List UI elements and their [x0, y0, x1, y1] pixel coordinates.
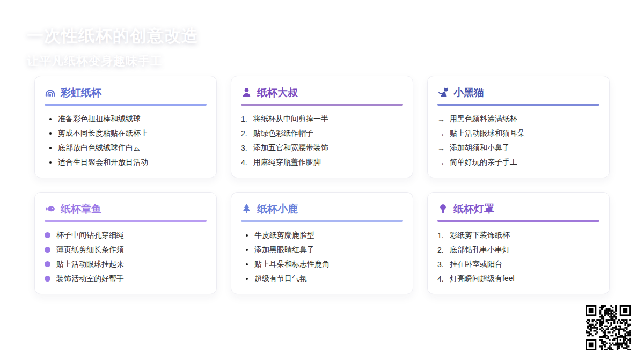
list-item-text: 牛皮纸剪麋鹿脸型 — [254, 231, 314, 240]
item-number: 3. — [241, 144, 253, 152]
item-number: 4. — [437, 275, 450, 283]
card-cup-deer: 纸杯小鹿 牛皮纸剪麋鹿脸型添加黑眼睛红鼻子贴上耳朵和标志性鹿角超级有节日气氛 — [231, 192, 413, 294]
card-underline — [241, 220, 403, 222]
bullet-icon — [49, 161, 52, 164]
list-item: 3.挂在卧室或阳台 — [437, 257, 599, 271]
page-subtitle: 让平凡纸杯变身趣味手工 — [27, 53, 199, 69]
list-item: →贴上活动眼球和猫耳朵 — [437, 126, 599, 141]
list-item-text: 薄页纸剪细长条作须 — [56, 245, 124, 255]
arrow-icon: → — [437, 115, 450, 123]
list-item: 薄页纸剪细长条作须 — [45, 242, 207, 257]
dot-icon — [45, 261, 50, 267]
bullet-icon — [246, 234, 248, 237]
list-item-text: 贴上耳朵和标志性鹿角 — [254, 260, 330, 269]
cat-icon — [437, 87, 449, 98]
list-item-text: 灯亮瞬间超级有feel — [450, 274, 515, 284]
list-item-text: 装饰活动室的好帮手 — [56, 274, 124, 284]
card-cup-octopus: 纸杯章鱼 杯子中间钻孔穿细绳薄页纸剪细长条作须贴上活动眼球挂起来装饰活动室的好帮… — [34, 192, 217, 294]
card-underline — [45, 220, 207, 222]
card-underline — [437, 220, 599, 222]
list-item-text: 剪成不同长度粘贴在纸杯上 — [58, 129, 148, 138]
card-title: 纸杯灯罩 — [453, 202, 494, 216]
list-item-text: 彩纸剪下装饰纸杯 — [450, 231, 510, 240]
item-number: 2. — [437, 246, 450, 254]
list-item-text: 挂在卧室或阳台 — [450, 260, 502, 269]
list-item: 1.将纸杯从中间剪掉一半 — [241, 112, 403, 126]
card-black-cat: 小黑猫 →用黑色颜料涂满纸杯→贴上活动眼球和猫耳朵→添加胡须和小鼻子→简单好玩的… — [427, 76, 610, 178]
qr-code-canvas — [586, 305, 631, 350]
list-item-text: 贴上活动眼球挂起来 — [56, 260, 124, 269]
list-item-text: 添加黑眼睛红鼻子 — [254, 245, 314, 255]
list-item-text: 适合生日聚会和开放日活动 — [58, 158, 148, 167]
page-title: 一次性纸杯的创意改造 — [27, 25, 199, 47]
bullet-icon — [49, 147, 52, 149]
list-item-text: 贴绿色彩纸作帽子 — [253, 129, 313, 138]
dot-icon — [45, 247, 50, 253]
list-item: 剪成不同长度粘贴在纸杯上 — [45, 126, 207, 141]
item-number: 1. — [241, 115, 253, 123]
card-list: 牛皮纸剪麋鹿脸型添加黑眼睛红鼻子贴上耳朵和标志性鹿角超级有节日气氛 — [241, 228, 403, 286]
list-item: 2.底部钻孔串小串灯 — [437, 242, 599, 257]
card-header: 纸杯灯罩 — [437, 202, 599, 216]
list-item: 适合生日聚会和开放日活动 — [45, 155, 207, 169]
list-item-text: 添加胡须和小鼻子 — [450, 143, 510, 153]
list-item: 贴上耳朵和标志性鹿角 — [241, 257, 403, 271]
card-list: 1.彩纸剪下装饰纸杯2.底部钻孔串小串灯3.挂在卧室或阳台4.灯亮瞬间超级有fe… — [437, 228, 599, 286]
list-item-text: 简单好玩的亲子手工 — [450, 158, 517, 167]
card-list: 杯子中间钻孔穿细绳薄页纸剪细长条作须贴上活动眼球挂起来装饰活动室的好帮手 — [45, 228, 207, 286]
card-underline — [437, 104, 599, 106]
list-item-text: 将纸杯从中间剪掉一半 — [253, 114, 328, 124]
item-number: 4. — [241, 158, 253, 167]
list-item: →添加胡须和小鼻子 — [437, 141, 599, 155]
list-item: →简单好玩的亲子手工 — [437, 155, 599, 169]
bullet-icon — [246, 249, 248, 251]
bullet-icon — [246, 278, 248, 280]
card-cup-lampshade: 纸杯灯罩 1.彩纸剪下装饰纸杯2.底部钻孔串小串灯3.挂在卧室或阳台4.灯亮瞬间… — [427, 192, 610, 294]
list-item-text: 超级有节日气氛 — [254, 274, 307, 284]
card-header: 纸杯章鱼 — [45, 202, 207, 216]
list-item: 4.灯亮瞬间超级有feel — [437, 271, 599, 286]
card-grid: 彩虹纸杯 准备彩色扭扭棒和绒绒球剪成不同长度粘贴在纸杯上底部放白色绒绒球作白云适… — [34, 76, 610, 294]
list-item: 贴上活动眼球挂起来 — [45, 257, 207, 271]
list-item-text: 准备彩色扭扭棒和绒绒球 — [58, 114, 141, 124]
list-item: 准备彩色扭扭棒和绒绒球 — [45, 112, 207, 126]
fish-icon — [45, 203, 56, 215]
list-item: 杯子中间钻孔穿细绳 — [45, 228, 207, 242]
arrow-icon: → — [437, 158, 450, 167]
bullet-icon — [246, 263, 248, 265]
card-title: 纸杯大叔 — [257, 86, 298, 100]
arrow-icon: → — [437, 144, 450, 152]
card-title: 纸杯小鹿 — [257, 202, 298, 216]
bulb-icon — [437, 203, 449, 215]
card-title: 纸杯章鱼 — [61, 202, 101, 216]
list-item: 4.用麻绳穿瓶盖作腿脚 — [241, 155, 403, 169]
bullet-icon — [49, 132, 52, 135]
list-item-text: 贴上活动眼球和猫耳朵 — [450, 129, 525, 138]
item-number: 2. — [241, 129, 253, 138]
card-cup-uncle: 纸杯大叔 1.将纸杯从中间剪掉一半2.贴绿色彩纸作帽子3.添加五官和宽腰带装饰4… — [231, 76, 413, 178]
rainbow-icon — [45, 87, 56, 98]
list-item-text: 底部钻孔串小串灯 — [450, 245, 510, 255]
item-number: 3. — [437, 260, 450, 269]
list-item-text: 底部放白色绒绒球作白云 — [58, 143, 141, 153]
card-title: 小黑猫 — [453, 86, 484, 100]
list-item: 3.添加五官和宽腰带装饰 — [241, 141, 403, 155]
card-underline — [45, 104, 207, 106]
list-item-text: 添加五官和宽腰带装饰 — [253, 143, 328, 153]
person-icon — [241, 87, 252, 98]
list-item-text: 用麻绳穿瓶盖作腿脚 — [253, 158, 321, 167]
slide-header: 一次性纸杯的创意改造 让平凡纸杯变身趣味手工 — [27, 25, 199, 69]
card-header: 小黑猫 — [437, 85, 599, 100]
card-rainbow-cup: 彩虹纸杯 准备彩色扭扭棒和绒绒球剪成不同长度粘贴在纸杯上底部放白色绒绒球作白云适… — [34, 76, 217, 178]
tree-icon — [241, 203, 252, 215]
card-header: 纸杯小鹿 — [241, 202, 403, 216]
list-item: 2.贴绿色彩纸作帽子 — [241, 126, 403, 141]
bullet-icon — [49, 118, 52, 120]
card-header: 纸杯大叔 — [241, 85, 403, 100]
list-item: 超级有节日气氛 — [241, 271, 403, 286]
arrow-icon: → — [437, 129, 450, 138]
dot-icon — [45, 232, 50, 238]
list-item-text: 杯子中间钻孔穿细绳 — [56, 231, 124, 240]
card-list: 准备彩色扭扭棒和绒绒球剪成不同长度粘贴在纸杯上底部放白色绒绒球作白云适合生日聚会… — [45, 112, 207, 169]
qr-code — [586, 305, 631, 350]
